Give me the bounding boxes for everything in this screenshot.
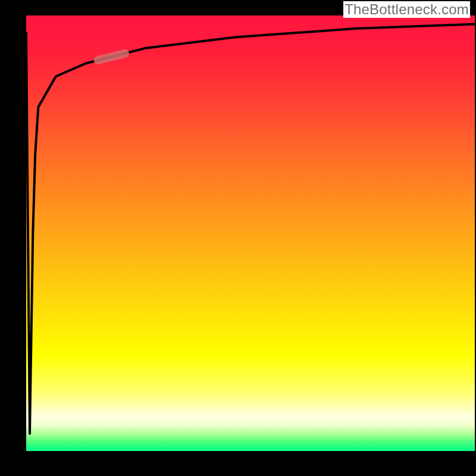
curve-line bbox=[26, 24, 475, 434]
watermark-label: TheBottleneck.com bbox=[343, 1, 470, 18]
chart-svg bbox=[26, 15, 475, 451]
curve-marker bbox=[98, 54, 125, 61]
chart-frame: TheBottleneck.com bbox=[0, 0, 476, 476]
